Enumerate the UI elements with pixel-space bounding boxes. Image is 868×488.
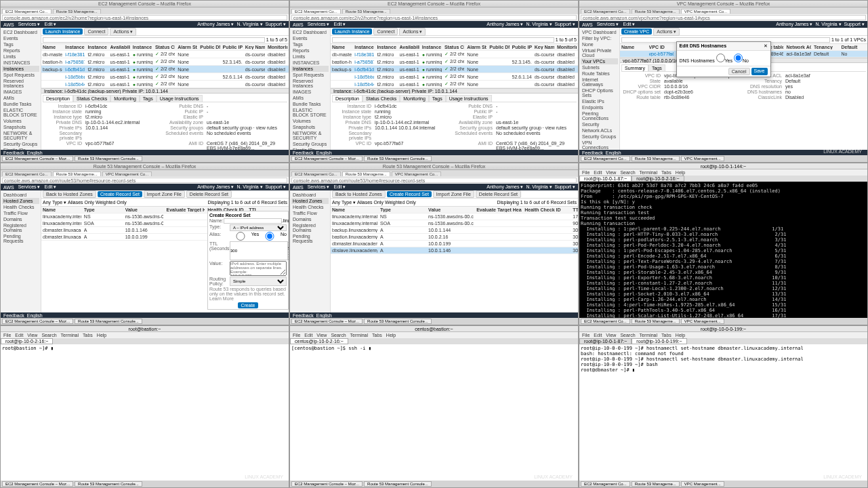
detail-tab[interactable]: Tags [140,95,157,102]
alias-yes[interactable] [230,232,251,241]
sidebar-item[interactable]: Spot Requests [2,72,39,78]
taskbar-item[interactable]: EC2 Management Console – Moz... [291,319,363,324]
sidebar-item[interactable]: Pending Requests [2,233,39,244]
detail-tab[interactable]: Usage Instructions [157,95,203,102]
sidebar-item[interactable]: Internet Gateways [581,77,618,87]
routing-select[interactable]: Simple [230,277,287,286]
services-menu[interactable]: Services ▾ [308,22,330,27]
sidebar-item[interactable]: Security [581,121,618,127]
sidebar-item[interactable]: DHCP Options Sets [581,87,618,98]
sidebar-item[interactable]: NETWORK & SECURITY [291,130,329,141]
taskbar-item[interactable]: Route 53 Management Console... [75,481,142,487]
term-tab[interactable]: centos@ip-10-0-2-16:~ [290,338,348,344]
table-row[interactable]: bastion.linuxacademy.internal.A10.0.2.16… [331,234,578,241]
region-menu[interactable]: N. Virginia ▾ [236,22,262,27]
url-input[interactable]: console.aws.amazon.com/route53/home#reso… [291,178,577,183]
user-menu[interactable]: Anthony James ▾ [197,22,234,27]
aliases-filter[interactable]: Aliases Only [68,200,94,205]
support-menu[interactable]: Support ▾ [844,22,865,27]
table-row[interactable]: db-masteri-f18e381ct2.microus-east-1e● r… [41,51,289,58]
lang-menu[interactable]: English [606,150,621,155]
user-menu[interactable]: Anthony James ▾ [776,22,812,27]
taskbar-item[interactable]: Route 53 Management Console... [75,156,142,161]
user-menu[interactable]: Anthony James ▾ [487,22,523,27]
edit-menu[interactable]: Edit ▾ [623,22,635,27]
table-row[interactable]: backup.linuxacademy.internal.A10.0.1.144… [331,227,578,234]
aws-logo[interactable]: AWS [582,22,593,27]
detail-tab[interactable]: Tags [429,95,446,102]
connect-button[interactable]: Connect [373,28,398,35]
services-menu[interactable]: Services ▾ [308,184,330,190]
close-icon[interactable]: ✕ [764,43,768,49]
terminal[interactable]: Fingerprint: 6341 ab27 53d7 8a78 a7c2 7b… [579,182,867,318]
sidebar-item[interactable]: Your VPCs [581,58,618,64]
sidebar-item[interactable]: Route Tables [581,70,618,77]
detail-tab[interactable]: Status Checks [73,95,110,102]
taskbar-item[interactable]: EC2 Management Console – Moz... [2,481,73,487]
sidebar-item[interactable]: EC2 Dashboard [291,29,329,35]
tab-ec2[interactable]: EC2 Management Co... [2,9,51,14]
services-menu[interactable]: Services ▾ [597,22,619,27]
sidebar-item[interactable]: Snapshots [2,124,39,130]
feedback-link[interactable]: Feedback [582,150,603,155]
lang-menu[interactable]: English [27,313,43,318]
taskbar-item[interactable]: VPC Management... [681,319,724,324]
table-row[interactable]: linuxacademy.internal.SOAns-1536.awsdns-… [331,220,578,227]
detail-tab[interactable]: Monitoring [110,95,140,102]
detail-tab[interactable]: Monitoring [400,95,429,102]
terminal[interactable]: [centos@bastion ~]$ ssh -i ▮ [290,344,578,481]
url-input[interactable]: console.aws.amazon.com/route53/home#reso… [2,178,287,183]
menu-item[interactable]: Help [386,333,396,338]
lang-menu[interactable]: English [316,313,332,318]
sidebar-item[interactable]: Hosted Zones [291,198,329,204]
delete-button[interactable]: Delete Record Set [186,190,232,198]
sidebar-item[interactable]: ELASTIC BLOCK STORE [291,107,329,118]
sidebar-item[interactable]: NETWORK & SECURITY [2,130,39,141]
menu-item[interactable]: View [316,333,327,338]
region-menu[interactable]: N. Virginia ▾ [815,22,841,27]
menu-item[interactable]: Help [676,170,685,175]
sidebar-item[interactable]: Domains [2,216,39,222]
sidebar-item[interactable]: Tags [2,41,39,47]
table-row[interactable]: bastion-hosti-a7585871t2.microus-east-1e… [41,58,289,66]
url-input[interactable]: console.aws.amazon.com/vpc/home?region=u… [581,15,866,20]
menu-item[interactable]: Terminal [640,170,657,175]
sidebar-item[interactable]: INSTANCES [291,60,329,66]
edit-menu[interactable]: Edit ▾ [44,184,56,190]
lang-menu[interactable]: English [27,150,43,155]
tab-ec2[interactable]: EC2 Management Co... [291,171,341,176]
region-menu[interactable]: N. Virginia ▾ [236,184,262,190]
sidebar-item[interactable]: Events [2,35,39,41]
import-button[interactable]: Import Zone File [144,190,185,198]
menu-item[interactable]: Tabs [661,333,671,338]
term-tab-1[interactable]: root@ip-10-0-1-87:~ [579,176,632,182]
sidebar-item[interactable]: None [581,41,618,47]
tab-vpc[interactable]: VPC Management Co... [681,9,730,14]
menu-item[interactable]: Edit [15,333,23,338]
filter-input[interactable] [43,37,265,43]
menu-item[interactable]: Terminal [350,333,368,338]
url-input[interactable]: console.aws.amazon.com/ec2/v2/home?regio… [291,15,577,20]
table-row[interactable]: i-18d5bba7t2.microus-east-1c● running✓ 2… [41,73,289,81]
create-button[interactable]: Create [238,302,257,308]
back-button[interactable]: Back to Hosted Zones [332,190,386,198]
create-record-button[interactable]: Create Record Set [387,191,432,197]
sidebar-item[interactable]: Dashboard [291,192,329,198]
detail-tab[interactable]: Description [332,95,363,102]
sidebar-item[interactable]: Reports [2,47,39,54]
ttl-input[interactable] [230,241,288,260]
sidebar-item[interactable]: EC2 Dashboard [2,29,39,35]
taskbar-item[interactable]: EC2 Management Console – Moz... [291,481,363,487]
term-tab-1[interactable]: root@ip-10-0-1-87:~ [579,338,632,344]
table-row[interactable]: bastion-hosti-a7585871t2.microus-east-1e… [331,58,578,66]
tab-r53[interactable]: Route 53 Manageme... [632,9,680,14]
table-row[interactable]: i-18d5b448t2.microus-east-1c● running✓ 2… [41,81,289,88]
edit-menu[interactable]: Edit ▾ [333,22,346,27]
tab-ec2[interactable]: EC2 Management Co... [291,9,341,14]
weighted-filter[interactable]: Weighted Only [96,200,127,205]
sidebar-item[interactable]: Health Checks [2,204,39,210]
sidebar-item[interactable]: Tags [291,41,329,47]
sidebar-item[interactable]: Traffic Flow [2,210,39,216]
menu-item[interactable]: Help [676,333,685,338]
support-menu[interactable]: Support ▾ [555,184,575,190]
